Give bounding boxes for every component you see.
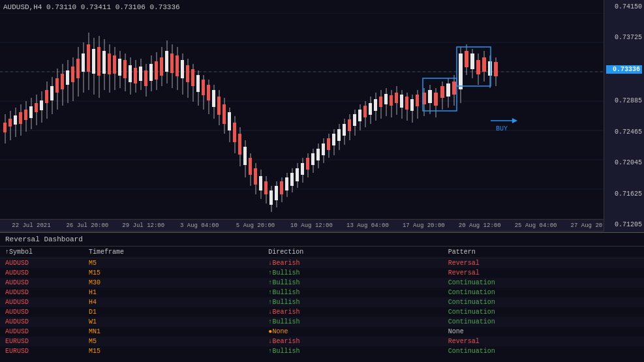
cell-pattern: Continuation bbox=[448, 279, 639, 286]
svg-rect-88 bbox=[207, 85, 210, 100]
cell-pattern: Continuation bbox=[448, 348, 639, 355]
svg-rect-144 bbox=[353, 114, 356, 126]
header-pattern: Pattern bbox=[448, 249, 639, 256]
svg-rect-18 bbox=[24, 110, 27, 120]
cell-timeframe: M5 bbox=[89, 260, 268, 267]
svg-rect-48 bbox=[102, 51, 106, 74]
svg-rect-112 bbox=[269, 190, 273, 205]
svg-rect-44 bbox=[92, 49, 95, 74]
table-row: AUDUSD H1 ↑Bullish Continuation bbox=[0, 288, 644, 297]
svg-rect-186 bbox=[470, 53, 474, 69]
svg-rect-92 bbox=[217, 97, 221, 115]
time-axis: 22 Jul 2021 26 Jul 20:00 29 Jul 12:00 3 … bbox=[0, 219, 623, 231]
dashboard-title: Reversal Dashboard bbox=[0, 233, 644, 247]
svg-rect-46 bbox=[97, 47, 100, 76]
svg-rect-86 bbox=[202, 80, 205, 95]
time-label-3: 29 Jul 12:00 bbox=[115, 222, 172, 229]
svg-rect-118 bbox=[285, 177, 288, 190]
dashboard: Reversal Dashboard ↑Symbol Timeframe Dir… bbox=[0, 232, 644, 362]
svg-rect-130 bbox=[316, 149, 320, 160]
price-5: 0.72045 bbox=[606, 159, 642, 166]
svg-rect-72 bbox=[165, 51, 168, 72]
cell-timeframe: M15 bbox=[89, 269, 268, 277]
svg-rect-90 bbox=[212, 90, 215, 107]
svg-marker-198 bbox=[512, 118, 517, 123]
cell-symbol: AUDUSD bbox=[5, 260, 89, 267]
svg-rect-168 bbox=[416, 95, 419, 106]
svg-rect-60 bbox=[134, 68, 137, 83]
svg-rect-32 bbox=[61, 74, 64, 89]
svg-rect-108 bbox=[259, 176, 262, 190]
cell-timeframe: M15 bbox=[89, 348, 268, 355]
svg-rect-100 bbox=[238, 134, 241, 155]
cell-pattern: Continuation bbox=[448, 309, 639, 316]
cell-timeframe: MN1 bbox=[89, 328, 268, 335]
cell-symbol: AUDUSD bbox=[5, 299, 89, 306]
svg-rect-128 bbox=[311, 153, 314, 165]
svg-rect-98 bbox=[233, 123, 236, 142]
svg-rect-138 bbox=[337, 129, 341, 141]
table-row: AUDUSD MN1 ●None None bbox=[0, 327, 644, 337]
svg-rect-132 bbox=[322, 143, 325, 155]
svg-rect-38 bbox=[76, 59, 80, 78]
svg-rect-80 bbox=[186, 65, 189, 82]
svg-rect-82 bbox=[191, 69, 194, 86]
table-row: AUDUSD H4 ↑Bullish Continuation bbox=[0, 297, 644, 307]
cell-symbol: AUDUSD bbox=[5, 309, 89, 316]
svg-rect-54 bbox=[118, 59, 121, 76]
svg-text:BUY: BUY bbox=[496, 125, 508, 132]
svg-rect-174 bbox=[434, 93, 438, 106]
cell-symbol: EURUSD bbox=[5, 338, 89, 345]
svg-rect-84 bbox=[196, 75, 200, 92]
svg-rect-142 bbox=[348, 119, 351, 131]
svg-rect-122 bbox=[296, 168, 299, 181]
svg-rect-16 bbox=[19, 112, 22, 124]
cell-timeframe: D1 bbox=[89, 309, 268, 316]
svg-rect-110 bbox=[264, 181, 268, 194]
cell-pattern: Reversal bbox=[448, 338, 639, 345]
time-label-9: 20 Aug 12:00 bbox=[452, 222, 508, 229]
svg-rect-64 bbox=[144, 70, 147, 86]
svg-rect-68 bbox=[155, 61, 158, 80]
cell-direction: ↓Bearish bbox=[268, 260, 448, 267]
cell-pattern: None bbox=[448, 328, 639, 335]
svg-rect-124 bbox=[301, 163, 304, 175]
chart-svg: BUY bbox=[0, 13, 623, 219]
header-symbol: ↑Symbol bbox=[5, 249, 89, 256]
cell-direction: ↓Bearish bbox=[268, 309, 448, 316]
svg-rect-172 bbox=[428, 90, 432, 103]
cell-pattern: Continuation bbox=[448, 299, 639, 306]
price-6: 0.71625 bbox=[606, 190, 642, 198]
cell-pattern: Continuation bbox=[448, 318, 639, 325]
cell-pattern: Reversal bbox=[448, 260, 639, 267]
svg-rect-30 bbox=[55, 78, 59, 93]
price-3: 0.72885 bbox=[606, 97, 642, 104]
chart-area: AUDUSD,H4 0.73110 0.73411 0.73106 0.7333… bbox=[0, 0, 623, 232]
svg-rect-184 bbox=[465, 51, 468, 67]
svg-rect-188 bbox=[476, 60, 480, 74]
cell-direction: ↑Bullish bbox=[268, 279, 448, 286]
svg-rect-24 bbox=[40, 100, 43, 110]
svg-rect-20 bbox=[29, 106, 33, 118]
svg-rect-140 bbox=[343, 124, 346, 136]
table-row: AUDUSD M5 ↓Bearish Reversal bbox=[0, 258, 644, 268]
cell-direction: ↑Bullish bbox=[268, 318, 448, 325]
svg-rect-164 bbox=[405, 97, 408, 110]
time-label-2: 26 Jul 20:00 bbox=[59, 222, 115, 229]
chart-title: AUDUSD,H4 0.73110 0.73411 0.73106 0.7333… bbox=[3, 3, 180, 11]
table-row: AUDUSD M30 ↑Bullish Continuation bbox=[0, 278, 644, 288]
svg-rect-66 bbox=[149, 64, 153, 81]
cell-symbol: EURUSD bbox=[5, 348, 89, 355]
cell-timeframe: H4 bbox=[89, 299, 268, 306]
time-label-4: 3 Aug 04:00 bbox=[172, 222, 228, 229]
header-direction: Direction bbox=[268, 249, 448, 256]
cell-symbol: AUDUSD bbox=[5, 279, 89, 286]
svg-rect-136 bbox=[332, 134, 335, 145]
cell-direction: ●None bbox=[268, 328, 448, 335]
svg-rect-10 bbox=[3, 123, 7, 132]
svg-rect-34 bbox=[66, 70, 69, 85]
cell-symbol: AUDUSD bbox=[5, 289, 89, 296]
svg-rect-42 bbox=[87, 44, 90, 72]
svg-rect-102 bbox=[243, 147, 247, 165]
svg-rect-106 bbox=[254, 168, 257, 185]
